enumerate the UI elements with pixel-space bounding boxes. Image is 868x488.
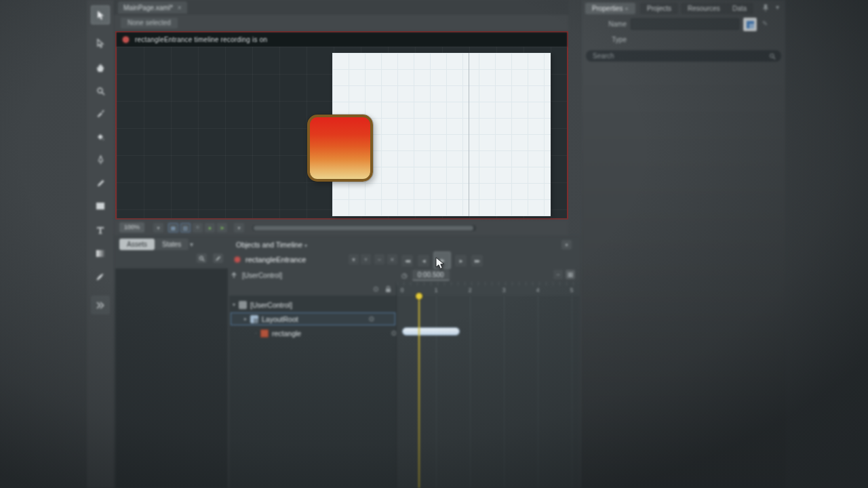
panel-tabs-chevron-icon[interactable]: ▾ [190,241,193,248]
delete-storyboard-button[interactable]: − [374,254,384,264]
name-input[interactable] [631,18,739,30]
tab-assets[interactable]: Assets [119,239,155,250]
assets-search-button[interactable] [197,253,207,263]
properties-search[interactable] [586,50,781,62]
zoom-options-button[interactable]: ▾ [153,223,163,232]
panel-menu-button[interactable]: ▾ [561,240,572,249]
recording-banner-text: rectangleEntrance timeline recording is … [135,36,267,43]
storyboard-row[interactable]: rectangleEntrance [231,252,397,267]
tab-states[interactable]: States [155,239,189,250]
timeline-zoom-out-button[interactable]: − [553,270,563,279]
horizontal-scrollbar[interactable] [252,225,476,231]
show-snap-grid-toggle[interactable]: ▦ [168,223,178,232]
selection-tool[interactable] [91,5,110,24]
assets-draw-button[interactable] [213,253,223,263]
direct-selection-tool[interactable] [91,34,110,53]
expand-chevron-icon[interactable]: ▾ [231,302,237,308]
breadcrumb-bar: None selected [114,15,568,31]
assets-panel-content[interactable] [115,268,228,488]
scope-row[interactable]: [UserControl] [231,269,282,281]
design-surface[interactable] [117,47,567,218]
pencil-tool[interactable] [91,174,110,192]
name-options-icon[interactable]: ✎ [762,20,768,27]
app-window: MainPage.xaml* × None selected rectangle… [0,0,868,488]
type-label: Type [606,36,627,43]
new-storyboard-button[interactable]: + [361,254,371,264]
clock-icon: ◷ [401,272,408,279]
search-input[interactable] [591,52,769,60]
timeline-snap-button[interactable]: ▦ [566,270,575,279]
close-storyboard-button[interactable]: × [387,254,397,264]
tab-close-icon[interactable]: × [625,5,628,12]
zoom-tool[interactable] [91,81,110,100]
paint-bucket-icon [96,133,105,142]
panel-chevron-icon[interactable]: ▾ [776,3,779,11]
text-icon [96,226,104,235]
horizontal-scrollbar-thumb[interactable] [254,226,473,230]
eyedropper-tool[interactable] [91,103,110,122]
artboard-options-button[interactable]: ▾ [234,223,244,232]
pen-icon [97,155,104,165]
go-last-frame-button[interactable]: ▶▶ [471,255,483,266]
name-scope-button[interactable] [743,18,757,31]
gradient-tool[interactable] [91,244,110,263]
pan-tool[interactable] [91,58,110,77]
snap-to-grid-toggle[interactable]: ▥ [180,223,191,232]
storyboard-record-icon [235,257,240,262]
storyboard-picker-button[interactable]: ▾ [349,254,359,264]
breadcrumb[interactable]: None selected [121,18,178,28]
double-chevron-icon [96,302,105,309]
timeline-ruler[interactable]: 0 1 2 3 4 5 [397,282,580,296]
timeline-gridline [504,296,505,488]
objects-timeline-title: Objects and Timeline ▾ [236,241,307,249]
tree-row-usercontrol[interactable]: ▾ [UserControl] [231,298,395,311]
tree-label: LayoutRoot [262,315,298,323]
tab-properties[interactable]: Properties × [585,3,635,14]
artboard-zoom-level[interactable]: 100% [119,222,144,232]
search-icon [199,256,205,262]
time-display-row: ◷ 0:00.500 [401,270,450,281]
eye-icon[interactable]: ⊙ [369,315,374,323]
scope-up-icon [231,272,237,279]
tree-row-rectangle[interactable]: · rectangle ⊙ [231,327,417,340]
text-tool[interactable] [91,221,110,240]
title-chevron-icon[interactable]: ▾ [304,243,307,249]
prev-frame-button[interactable]: ◀ [418,255,429,266]
rectangle-element[interactable] [307,115,373,182]
tree-label: [UserControl] [250,301,292,309]
render-mode-toggle[interactable]: ➤ [217,223,227,232]
timeline-gridline [572,296,572,488]
playhead-time-display[interactable]: 0:00.500 [412,270,450,281]
pen-tool[interactable] [91,150,110,169]
brush-transform-tool[interactable] [91,267,110,286]
hand-icon [96,63,105,73]
rectangle-tool[interactable] [91,197,110,216]
lock-icon [385,285,391,293]
effects-toggle[interactable]: ● [205,223,215,232]
brush-icon [96,272,105,281]
document-tab[interactable]: MainPage.xaml* × [118,1,187,14]
assets-tool[interactable] [91,296,110,314]
tab-resources[interactable]: Resources [681,3,727,14]
recording-banner: rectangleEntrance timeline recording is … [117,33,567,47]
tab-projects[interactable]: Projects [640,3,678,14]
next-frame-button[interactable]: ▶ [455,255,467,266]
search-icon [769,53,776,60]
pencil-icon [96,179,105,188]
bottom-panel: Assets States ▾ Objects and Timeline ▾ ▾… [114,236,581,488]
paint-bucket-tool[interactable] [91,127,110,146]
go-first-frame-button[interactable]: ◀◀ [401,255,413,266]
pin-icon[interactable] [762,4,769,14]
timeline-track-area[interactable] [397,296,580,488]
snaplines-toggle[interactable]: ⌗ [193,223,203,232]
expand-chevron-icon[interactable]: ▸ [242,316,249,322]
tab-close-icon[interactable]: × [178,4,182,12]
playhead-line [418,298,420,488]
snap-magnet-icon: ▥ [183,225,189,231]
animation-duration-bar[interactable] [402,327,460,336]
document-area-header: MainPage.xaml* × None selected [114,0,568,31]
playhead-handle[interactable] [416,293,422,300]
tab-data[interactable]: Data [726,3,753,14]
tree-row-layoutroot[interactable]: ▸ LayoutRoot ⊙ [231,312,395,325]
scope-glyph-icon [747,21,754,28]
